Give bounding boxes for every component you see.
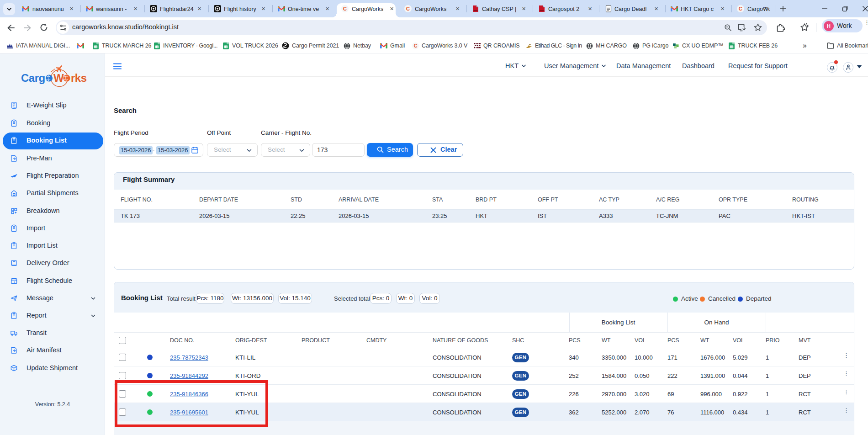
svg-text:rks: rks: [71, 72, 87, 84]
svg-text:Carg: Carg: [21, 72, 45, 84]
svg-text:W: W: [53, 72, 64, 84]
